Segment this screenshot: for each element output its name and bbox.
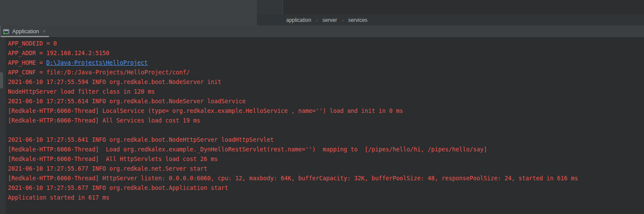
editor-gutter-strip bbox=[257, 0, 644, 14]
console-gutter bbox=[0, 38, 6, 214]
log-text: APP_HOME = bbox=[8, 60, 46, 66]
console-log: APP_NODEID = 0APP_ADDR = 192.168.124.2:5… bbox=[8, 39, 644, 203]
editor-top-right: application›server›services bbox=[257, 0, 644, 25]
log-line: [Redkale-HTTP:6060-Thread] Load org.redk… bbox=[8, 145, 644, 154]
running-indicator bbox=[3, 32, 5, 35]
log-line: [Redkale-HTTP:6060-Thread] All Services … bbox=[8, 116, 644, 126]
log-line: APP_ADDR = 192.168.124.2:5150 bbox=[8, 49, 644, 58]
breadcrumb-item-services[interactable]: services bbox=[348, 17, 367, 23]
log-line bbox=[8, 126, 644, 135]
console-tab-bar: Application × bbox=[0, 25, 644, 37]
log-line: 2021-06-10 17:27:55.641 INFO org.redkale… bbox=[8, 135, 644, 145]
breadcrumb-separator-icon: › bbox=[342, 18, 343, 23]
log-line: 2021-06-10 17:27:55.614 INFO org.redkale… bbox=[8, 97, 644, 106]
breadcrumb-item-server[interactable]: server bbox=[322, 17, 337, 23]
log-line: APP_HOME = D:\Java-Projects\HelloProject bbox=[8, 58, 644, 68]
breadcrumb: application›server›services bbox=[257, 14, 644, 25]
breadcrumb-item-application[interactable]: application bbox=[286, 17, 311, 23]
console-output: APP_NODEID = 0APP_ADDR = 192.168.124.2:5… bbox=[0, 37, 644, 214]
log-line: 2021-06-10 17:27:55.594 INFO org.redkale… bbox=[8, 77, 644, 87]
ide-window: application›server›services Application … bbox=[0, 0, 644, 214]
tab-application[interactable]: Application × bbox=[1, 25, 49, 37]
gutter-scroll-thumb[interactable] bbox=[0, 72, 3, 88]
log-line: [Redkale-HTTP:6060-Thread] HttpServer li… bbox=[8, 174, 644, 183]
log-line: APP_CONF = file:/D:/Java-Projects/HelloP… bbox=[8, 68, 644, 77]
log-line: [Redkale-HTTP:6060-Thread] All HttpServl… bbox=[8, 154, 644, 164]
log-line: APP_NODEID = 0 bbox=[8, 39, 644, 49]
log-line: [Redkale-HTTP:6060-Thread] LocalService … bbox=[8, 106, 644, 116]
editor-gutter-segment bbox=[257, 0, 283, 14]
tab-close-icon[interactable]: × bbox=[42, 28, 47, 34]
log-line: 2021-06-10 17:27:55.677 INFO org.redkale… bbox=[8, 183, 644, 193]
editor-pane-corner bbox=[0, 0, 257, 25]
log-line: 2021-06-10 17:27:55.677 INFO org.redkale… bbox=[8, 164, 644, 174]
tab-application-label: Application bbox=[12, 28, 39, 35]
log-line: NodeHttpServer load filter class in 120 … bbox=[8, 87, 644, 97]
app-home-link[interactable]: D:\Java-Projects\HelloProject bbox=[46, 60, 148, 66]
breadcrumb-separator-icon: › bbox=[316, 18, 318, 23]
run-console-icon bbox=[3, 28, 10, 35]
log-line: Application started in 617 ms bbox=[8, 193, 644, 203]
